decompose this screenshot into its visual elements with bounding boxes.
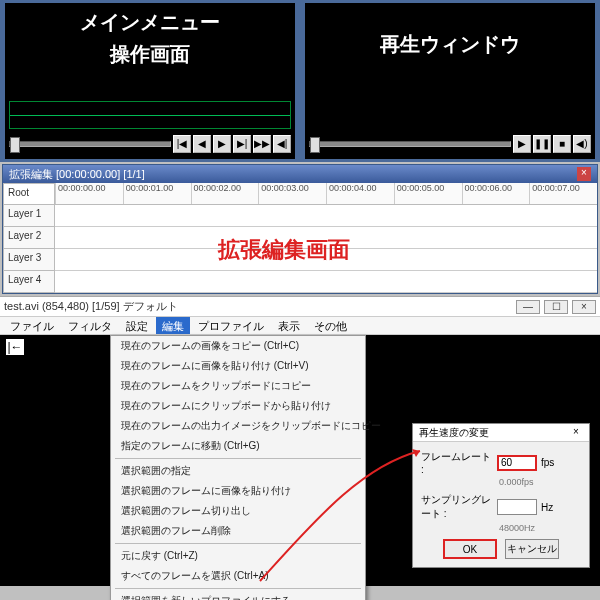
timeline-ruler[interactable]: 00:00:00.00 00:00:01.00 00:00:02.00 00:0… — [55, 183, 597, 205]
play2-button[interactable]: ▶ — [513, 135, 531, 153]
fast-forward-button[interactable]: ▶▶ — [253, 135, 271, 153]
timeline-window: 拡張編集 [00:00:00.00] [1/1] × Root Layer 1 … — [2, 164, 598, 294]
context-menu-item[interactable]: 選択範囲の指定 — [111, 461, 365, 481]
ruler-tick: 00:00:00.00 — [55, 183, 123, 204]
main-transport-bar: |◀ ◀ ▶ ▶| ▶▶ ◀| — [9, 133, 291, 155]
timeline-title: 拡張編集 [00:00:00.00] [1/1] — [9, 167, 145, 182]
timeline-lane[interactable] — [55, 205, 597, 227]
play-button[interactable]: ▶ — [213, 135, 231, 153]
last-frame-button[interactable]: ◀| — [273, 135, 291, 153]
context-menu-item[interactable]: 選択範囲を新しいプロファイルにする — [111, 591, 365, 600]
menu-profile[interactable]: プロファイル — [192, 317, 270, 334]
context-menu-item[interactable]: 現在のフレームに画像を貼り付け (Ctrl+V) — [111, 356, 365, 376]
timeline-layer-row[interactable]: Layer 2 — [3, 227, 55, 249]
editor-titlebar[interactable]: test.avi (854,480) [1/59] デフォルト — ☐ × — [0, 297, 600, 317]
audio-waveform — [9, 101, 291, 129]
timeline-layer-row[interactable]: Layer 3 — [3, 249, 55, 271]
menu-other[interactable]: その他 — [308, 317, 353, 334]
ruler-tick: 00:00:05.00 — [394, 183, 462, 204]
playback-transport-bar: ▶ ❚❚ ■ ◀) — [309, 133, 591, 155]
main-preview-pane: メインメニュー 操作画面 |◀ ◀ ▶ ▶| ▶▶ ◀| — [2, 0, 298, 162]
back-icon[interactable]: |← — [6, 339, 24, 355]
context-menu-item[interactable]: 現在のフレームの画像をコピー (Ctrl+C) — [111, 336, 365, 356]
editor-window: test.avi (854,480) [1/59] デフォルト — ☐ × ファ… — [0, 296, 600, 586]
ruler-tick: 00:00:02.00 — [191, 183, 259, 204]
framerate-unit: fps — [541, 457, 563, 468]
context-menu-item[interactable]: 選択範囲のフレーム削除 — [111, 521, 365, 541]
ruler-tick: 00:00:04.00 — [326, 183, 394, 204]
menu-edit[interactable]: 編集 — [156, 317, 190, 334]
framerate-label: フレームレート : — [421, 450, 493, 475]
next-frame-button[interactable]: ▶| — [233, 135, 251, 153]
context-menu-item[interactable]: 指定のフレームに移動 (Ctrl+G) — [111, 436, 365, 456]
context-menu-item[interactable]: すべてのフレームを選択 (Ctrl+A) — [111, 566, 365, 586]
stop-button[interactable]: ■ — [553, 135, 571, 153]
playback-pane: 再生ウィンドウ ▶ ❚❚ ■ ◀) — [302, 0, 598, 162]
playback-pane-label: 再生ウィンドウ — [305, 31, 595, 57]
samplerate-unit: Hz — [541, 502, 563, 513]
ruler-tick: 00:00:01.00 — [123, 183, 191, 204]
minimize-button[interactable]: — — [516, 300, 540, 314]
framerate-hint: 0.000fps — [499, 477, 581, 487]
dialog-title: 再生速度の変更 — [419, 426, 489, 440]
ruler-tick: 00:00:07.00 — [529, 183, 597, 204]
framerate-input[interactable] — [497, 455, 537, 471]
context-menu-item[interactable]: 現在のフレームをクリップボードにコピー — [111, 376, 365, 396]
ok-button[interactable]: OK — [443, 539, 497, 559]
context-menu-item[interactable]: 現在のフレームの出力イメージをクリップボードにコピー — [111, 416, 365, 436]
menu-view[interactable]: 表示 — [272, 317, 306, 334]
menubar: ファイル フィルタ 設定 編集 プロファイル 表示 その他 — [0, 317, 600, 335]
ruler-tick: 00:00:06.00 — [462, 183, 530, 204]
playback-seek-thumb[interactable] — [310, 137, 320, 153]
seek-thumb[interactable] — [10, 137, 20, 153]
seek-slider[interactable] — [9, 141, 171, 147]
context-menu-item[interactable]: 元に戻す (Ctrl+Z) — [111, 546, 365, 566]
timeline-layer-row[interactable]: Layer 1 — [3, 205, 55, 227]
menu-settings[interactable]: 設定 — [120, 317, 154, 334]
volume-button[interactable]: ◀) — [573, 135, 591, 153]
timeline-titlebar[interactable]: 拡張編集 [00:00:00.00] [1/1] × — [3, 165, 597, 183]
pause-button[interactable]: ❚❚ — [533, 135, 551, 153]
timeline-close-button[interactable]: × — [577, 167, 591, 181]
samplerate-input[interactable] — [497, 499, 537, 515]
timeline-side: Root Layer 1 Layer 2 Layer 3 Layer 4 — [3, 183, 55, 293]
context-menu-item[interactable]: 選択範囲のフレームに画像を貼り付け — [111, 481, 365, 501]
menu-filter[interactable]: フィルタ — [62, 317, 118, 334]
timeline-tracks[interactable]: 00:00:00.00 00:00:01.00 00:00:02.00 00:0… — [55, 183, 597, 293]
context-menu-item[interactable]: 現在のフレームにクリップボードから貼り付け — [111, 396, 365, 416]
timeline-lane[interactable] — [55, 271, 597, 293]
dialog-close-button[interactable]: × — [569, 426, 583, 440]
close-button[interactable]: × — [572, 300, 596, 314]
timeline-root-row[interactable]: Root — [3, 183, 55, 205]
cancel-button[interactable]: キャンセル — [505, 539, 559, 559]
editor-title: test.avi (854,480) [1/59] デフォルト — [4, 299, 178, 314]
main-pane-label-line2: 操作画面 — [5, 41, 295, 67]
playback-seek-slider[interactable] — [309, 141, 511, 147]
playback-speed-dialog: 再生速度の変更 × フレームレート : fps 0.000fps サンプリングレ… — [412, 423, 590, 568]
samplerate-label: サンプリングレート : — [421, 493, 493, 521]
maximize-button[interactable]: ☐ — [544, 300, 568, 314]
main-pane-label-line1: メインメニュー — [5, 9, 295, 35]
edit-menu-dropdown: 現在のフレームの画像をコピー (Ctrl+C)現在のフレームに画像を貼り付け (… — [110, 335, 366, 600]
menu-file[interactable]: ファイル — [4, 317, 60, 334]
dialog-titlebar[interactable]: 再生速度の変更 × — [413, 424, 589, 442]
ruler-tick: 00:00:03.00 — [258, 183, 326, 204]
context-menu-item[interactable]: 選択範囲のフレーム切り出し — [111, 501, 365, 521]
first-frame-button[interactable]: |◀ — [173, 135, 191, 153]
timeline-overlay-label: 拡張編集画面 — [218, 235, 350, 265]
rewind-button[interactable]: ◀ — [193, 135, 211, 153]
timeline-layer-row[interactable]: Layer 4 — [3, 271, 55, 293]
samplerate-hint: 48000Hz — [499, 523, 581, 533]
